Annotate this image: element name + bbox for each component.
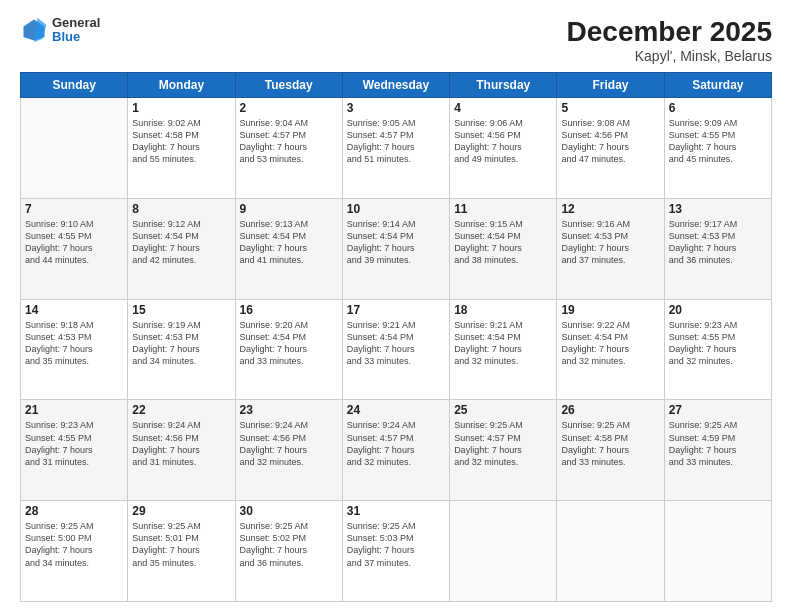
calendar-cell: 19Sunrise: 9:22 AM Sunset: 4:54 PM Dayli…	[557, 299, 664, 400]
day-info: Sunrise: 9:06 AM Sunset: 4:56 PM Dayligh…	[454, 117, 552, 166]
day-number: 11	[454, 202, 552, 216]
day-info: Sunrise: 9:10 AM Sunset: 4:55 PM Dayligh…	[25, 218, 123, 267]
calendar-cell: 25Sunrise: 9:25 AM Sunset: 4:57 PM Dayli…	[450, 400, 557, 501]
day-header-wednesday: Wednesday	[342, 73, 449, 98]
day-number: 26	[561, 403, 659, 417]
day-info: Sunrise: 9:24 AM Sunset: 4:56 PM Dayligh…	[132, 419, 230, 468]
calendar-cell: 3Sunrise: 9:05 AM Sunset: 4:57 PM Daylig…	[342, 98, 449, 199]
calendar-cell: 30Sunrise: 9:25 AM Sunset: 5:02 PM Dayli…	[235, 501, 342, 602]
calendar-cell: 28Sunrise: 9:25 AM Sunset: 5:00 PM Dayli…	[21, 501, 128, 602]
calendar-cell: 10Sunrise: 9:14 AM Sunset: 4:54 PM Dayli…	[342, 198, 449, 299]
day-number: 4	[454, 101, 552, 115]
calendar-cell: 2Sunrise: 9:04 AM Sunset: 4:57 PM Daylig…	[235, 98, 342, 199]
calendar-cell: 6Sunrise: 9:09 AM Sunset: 4:55 PM Daylig…	[664, 98, 771, 199]
day-header-sunday: Sunday	[21, 73, 128, 98]
day-info: Sunrise: 9:25 AM Sunset: 4:58 PM Dayligh…	[561, 419, 659, 468]
day-number: 31	[347, 504, 445, 518]
calendar-cell: 11Sunrise: 9:15 AM Sunset: 4:54 PM Dayli…	[450, 198, 557, 299]
day-number: 28	[25, 504, 123, 518]
calendar-subtitle: Kapyl', Minsk, Belarus	[567, 48, 772, 64]
calendar-cell: 9Sunrise: 9:13 AM Sunset: 4:54 PM Daylig…	[235, 198, 342, 299]
calendar-cell: 24Sunrise: 9:24 AM Sunset: 4:57 PM Dayli…	[342, 400, 449, 501]
day-info: Sunrise: 9:23 AM Sunset: 4:55 PM Dayligh…	[25, 419, 123, 468]
calendar-cell: 21Sunrise: 9:23 AM Sunset: 4:55 PM Dayli…	[21, 400, 128, 501]
day-number: 24	[347, 403, 445, 417]
calendar-cell: 17Sunrise: 9:21 AM Sunset: 4:54 PM Dayli…	[342, 299, 449, 400]
day-number: 6	[669, 101, 767, 115]
day-number: 20	[669, 303, 767, 317]
calendar-cell: 22Sunrise: 9:24 AM Sunset: 4:56 PM Dayli…	[128, 400, 235, 501]
day-number: 23	[240, 403, 338, 417]
logo-line1: General	[52, 16, 100, 30]
logo-icon	[20, 16, 48, 44]
day-info: Sunrise: 9:22 AM Sunset: 4:54 PM Dayligh…	[561, 319, 659, 368]
day-info: Sunrise: 9:24 AM Sunset: 4:57 PM Dayligh…	[347, 419, 445, 468]
week-row-5: 28Sunrise: 9:25 AM Sunset: 5:00 PM Dayli…	[21, 501, 772, 602]
week-row-2: 7Sunrise: 9:10 AM Sunset: 4:55 PM Daylig…	[21, 198, 772, 299]
day-info: Sunrise: 9:13 AM Sunset: 4:54 PM Dayligh…	[240, 218, 338, 267]
calendar-cell	[21, 98, 128, 199]
day-info: Sunrise: 9:04 AM Sunset: 4:57 PM Dayligh…	[240, 117, 338, 166]
calendar-cell: 31Sunrise: 9:25 AM Sunset: 5:03 PM Dayli…	[342, 501, 449, 602]
logo-line2: Blue	[52, 30, 100, 44]
day-info: Sunrise: 9:25 AM Sunset: 4:59 PM Dayligh…	[669, 419, 767, 468]
day-info: Sunrise: 9:25 AM Sunset: 5:00 PM Dayligh…	[25, 520, 123, 569]
calendar-cell: 20Sunrise: 9:23 AM Sunset: 4:55 PM Dayli…	[664, 299, 771, 400]
day-number: 17	[347, 303, 445, 317]
day-info: Sunrise: 9:14 AM Sunset: 4:54 PM Dayligh…	[347, 218, 445, 267]
calendar-cell	[450, 501, 557, 602]
calendar-cell: 29Sunrise: 9:25 AM Sunset: 5:01 PM Dayli…	[128, 501, 235, 602]
day-number: 27	[669, 403, 767, 417]
day-info: Sunrise: 9:25 AM Sunset: 5:01 PM Dayligh…	[132, 520, 230, 569]
calendar-cell: 23Sunrise: 9:24 AM Sunset: 4:56 PM Dayli…	[235, 400, 342, 501]
day-info: Sunrise: 9:21 AM Sunset: 4:54 PM Dayligh…	[454, 319, 552, 368]
day-number: 9	[240, 202, 338, 216]
day-info: Sunrise: 9:12 AM Sunset: 4:54 PM Dayligh…	[132, 218, 230, 267]
day-info: Sunrise: 9:25 AM Sunset: 4:57 PM Dayligh…	[454, 419, 552, 468]
day-number: 2	[240, 101, 338, 115]
day-info: Sunrise: 9:24 AM Sunset: 4:56 PM Dayligh…	[240, 419, 338, 468]
day-info: Sunrise: 9:19 AM Sunset: 4:53 PM Dayligh…	[132, 319, 230, 368]
day-number: 13	[669, 202, 767, 216]
day-number: 16	[240, 303, 338, 317]
week-row-3: 14Sunrise: 9:18 AM Sunset: 4:53 PM Dayli…	[21, 299, 772, 400]
day-info: Sunrise: 9:21 AM Sunset: 4:54 PM Dayligh…	[347, 319, 445, 368]
day-number: 25	[454, 403, 552, 417]
page: General Blue December 2025 Kapyl', Minsk…	[0, 0, 792, 612]
day-number: 21	[25, 403, 123, 417]
calendar-cell: 4Sunrise: 9:06 AM Sunset: 4:56 PM Daylig…	[450, 98, 557, 199]
day-info: Sunrise: 9:25 AM Sunset: 5:02 PM Dayligh…	[240, 520, 338, 569]
calendar-cell: 8Sunrise: 9:12 AM Sunset: 4:54 PM Daylig…	[128, 198, 235, 299]
day-header-thursday: Thursday	[450, 73, 557, 98]
day-number: 3	[347, 101, 445, 115]
day-info: Sunrise: 9:15 AM Sunset: 4:54 PM Dayligh…	[454, 218, 552, 267]
day-number: 22	[132, 403, 230, 417]
calendar-cell	[557, 501, 664, 602]
calendar-title: December 2025	[567, 16, 772, 48]
calendar-cell: 14Sunrise: 9:18 AM Sunset: 4:53 PM Dayli…	[21, 299, 128, 400]
calendar-cell: 18Sunrise: 9:21 AM Sunset: 4:54 PM Dayli…	[450, 299, 557, 400]
calendar-cell: 13Sunrise: 9:17 AM Sunset: 4:53 PM Dayli…	[664, 198, 771, 299]
day-number: 18	[454, 303, 552, 317]
day-info: Sunrise: 9:17 AM Sunset: 4:53 PM Dayligh…	[669, 218, 767, 267]
calendar-table: SundayMondayTuesdayWednesdayThursdayFrid…	[20, 72, 772, 602]
calendar-cell	[664, 501, 771, 602]
day-number: 5	[561, 101, 659, 115]
day-header-tuesday: Tuesday	[235, 73, 342, 98]
day-number: 30	[240, 504, 338, 518]
day-number: 14	[25, 303, 123, 317]
day-number: 12	[561, 202, 659, 216]
calendar-cell: 12Sunrise: 9:16 AM Sunset: 4:53 PM Dayli…	[557, 198, 664, 299]
days-header-row: SundayMondayTuesdayWednesdayThursdayFrid…	[21, 73, 772, 98]
day-number: 19	[561, 303, 659, 317]
logo: General Blue	[20, 16, 100, 45]
calendar-cell: 1Sunrise: 9:02 AM Sunset: 4:58 PM Daylig…	[128, 98, 235, 199]
day-number: 29	[132, 504, 230, 518]
calendar-cell: 7Sunrise: 9:10 AM Sunset: 4:55 PM Daylig…	[21, 198, 128, 299]
week-row-4: 21Sunrise: 9:23 AM Sunset: 4:55 PM Dayli…	[21, 400, 772, 501]
day-header-friday: Friday	[557, 73, 664, 98]
day-info: Sunrise: 9:23 AM Sunset: 4:55 PM Dayligh…	[669, 319, 767, 368]
day-info: Sunrise: 9:25 AM Sunset: 5:03 PM Dayligh…	[347, 520, 445, 569]
calendar-cell: 15Sunrise: 9:19 AM Sunset: 4:53 PM Dayli…	[128, 299, 235, 400]
day-number: 1	[132, 101, 230, 115]
